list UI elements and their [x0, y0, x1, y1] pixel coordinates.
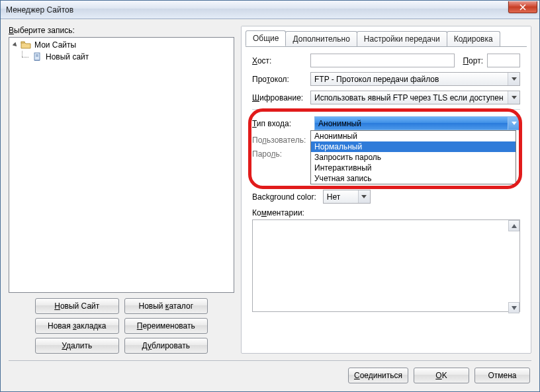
encryption-label: Шифрование: [252, 93, 306, 102]
logon-type-combo[interactable]: Анонимный [314, 116, 520, 130]
left-buttons: Новый Сайт Новый каталог Новая закладка … [9, 298, 234, 354]
close-icon [519, 4, 526, 11]
chevron-down-icon [508, 117, 519, 130]
logon-option[interactable]: Интерактивный [311, 163, 516, 173]
comments-label: Комментарии: [252, 208, 520, 217]
site-tree[interactable]: Мои Сайты Новый сайт [9, 37, 234, 293]
footer-divider [9, 360, 531, 361]
comments-textarea[interactable] [252, 219, 520, 312]
user-label: Пользователь: [252, 136, 310, 145]
scroll-down-button[interactable] [508, 302, 519, 313]
tree-root-label: Мои Сайты [33, 40, 77, 50]
ok-button[interactable]: OK [414, 368, 469, 383]
logon-selected: Анонимный [318, 119, 361, 128]
host-label: Хост: [252, 56, 306, 65]
cancel-button[interactable]: Отмена [474, 368, 530, 383]
host-input[interactable] [310, 54, 455, 67]
tree-connector [19, 51, 30, 63]
titlebar: Менеджер Сайтов [1, 1, 539, 19]
rename-button[interactable]: Переименовать [124, 318, 208, 334]
tab-strip: Общие Дополнительно Настройки передачи К… [242, 26, 531, 46]
logon-option[interactable]: Анонимный [311, 131, 516, 141]
close-button[interactable] [508, 1, 537, 13]
logon-zone: Тип входа: Анонимный АнонимныйНормальный… [252, 116, 520, 159]
collapse-icon[interactable] [12, 42, 19, 48]
server-icon [32, 52, 42, 62]
folder-icon [21, 40, 31, 50]
bgcolor-value: Нет [327, 192, 340, 202]
encryption-value: Использовать явный FTP через TLS если до… [314, 93, 504, 102]
tab-general[interactable]: Общие [246, 30, 286, 46]
svg-rect-2 [34, 60, 40, 61]
chevron-down-icon [358, 190, 370, 203]
protocol-row: Протокол: FTP - Протокол передачи файлов [252, 72, 520, 86]
logon-option[interactable]: Нормальный [311, 141, 516, 152]
logon-label: Тип входа: [252, 119, 310, 128]
footer-bar: Соединиться OK Отмена [9, 368, 531, 383]
new-folder-button[interactable]: Новый каталог [124, 298, 208, 314]
bgcolor-row: Background color: Нет [252, 190, 520, 204]
bgcolor-label: Background color: [252, 192, 316, 202]
window-title: Менеджер Сайтов [6, 5, 73, 15]
protocol-combo[interactable]: FTP - Протокол передачи файлов [310, 72, 520, 86]
tree-child-label: Новый сайт [44, 52, 90, 61]
tree-child-row[interactable]: Новый сайт [12, 51, 231, 63]
right-pane: Общие Дополнительно Настройки передачи К… [241, 26, 531, 354]
protocol-value: FTP - Протокол передачи файлов [314, 75, 439, 84]
tab-advanced[interactable]: Дополнительно [285, 31, 357, 47]
site-manager-window: Менеджер Сайтов Выберите запись: [0, 0, 540, 392]
chevron-down-icon [508, 73, 519, 85]
chevron-down-icon [508, 91, 519, 104]
logon-option[interactable]: Учетная запись [311, 173, 516, 184]
comments-wrap [252, 219, 520, 314]
bgcolor-combo[interactable]: Нет [323, 190, 371, 204]
encryption-combo[interactable]: Использовать явный FTP через TLS если до… [310, 91, 520, 104]
tab-body-general: Хост: Порт: Протокол: FTP - Протокол пер… [246, 46, 527, 349]
svg-rect-0 [21, 42, 24, 43]
main-area: Выберите запись: Мои Сайты [9, 26, 531, 354]
logon-row: Тип входа: Анонимный [252, 116, 520, 130]
divider [252, 109, 520, 110]
delete-button[interactable]: Удалить [35, 338, 119, 354]
client-area: Выберите запись: Мои Сайты [1, 19, 539, 391]
port-label: Порт: [463, 56, 483, 65]
port-input[interactable] [487, 54, 520, 67]
pass-label: Пароль: [252, 149, 310, 159]
tree-root-row[interactable]: Мои Сайты [12, 39, 231, 51]
tab-transfer[interactable]: Настройки передачи [357, 31, 447, 47]
duplicate-button[interactable]: Дублировать [124, 338, 208, 354]
protocol-label: Протокол: [252, 75, 306, 84]
connect-button[interactable]: Соединиться [348, 368, 408, 383]
select-entry-label: Выберите запись: [9, 26, 234, 35]
host-row: Хост: Порт: [252, 54, 520, 67]
tab-charset[interactable]: Кодировка [447, 31, 500, 47]
left-pane: Выберите запись: Мои Сайты [9, 26, 234, 354]
scroll-up-button[interactable] [508, 220, 519, 231]
new-site-button[interactable]: Новый Сайт [35, 298, 119, 314]
encryption-row: Шифрование: Использовать явный FTP через… [252, 91, 520, 104]
logon-option[interactable]: Запросить пароль [311, 152, 516, 163]
logon-type-dropdown[interactable]: АнонимныйНормальныйЗапросить парольИнтер… [310, 130, 516, 184]
new-bookmark-button[interactable]: Новая закладка [35, 318, 119, 334]
